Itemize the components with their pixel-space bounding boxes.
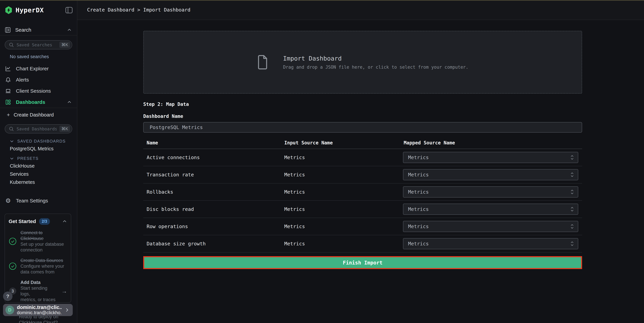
sidebar-item-alerts[interactable]: Alerts bbox=[0, 74, 77, 86]
mapped-source-select[interactable]: Metrics bbox=[403, 204, 578, 215]
step-heading: Step 2: Map Data bbox=[143, 102, 582, 107]
annotation-highlight-box: Finish Import bbox=[143, 256, 582, 269]
table-row: Database size growth Metrics Metrics bbox=[143, 235, 582, 252]
create-dashboard-button[interactable]: + Create Dashboard bbox=[0, 110, 77, 120]
table-row: Rollbacks Metrics Metrics bbox=[143, 184, 582, 201]
chart-name: Transaction rate bbox=[143, 172, 281, 178]
user-email: dominic.tran@clickho... bbox=[17, 310, 62, 316]
mapping-table: Name Input Source Name Mapped Source Nam… bbox=[143, 137, 582, 252]
mapped-source-select[interactable]: Metrics bbox=[403, 221, 578, 232]
table-row: Active connections Metrics Metrics bbox=[143, 149, 582, 166]
file-icon bbox=[257, 54, 268, 70]
hyperdx-logo-icon bbox=[5, 6, 12, 14]
dropzone-subtitle: Drag and drop a JSON file here, or click… bbox=[283, 64, 468, 70]
logo-row: HyperDX bbox=[0, 0, 77, 20]
input-source: Metrics bbox=[281, 224, 400, 229]
gear-icon: ⚙ bbox=[5, 198, 12, 204]
sidebar-collapse-button[interactable] bbox=[66, 7, 72, 13]
input-source: Metrics bbox=[281, 172, 400, 178]
sidebar-item-postgresql-metrics[interactable]: PostgreSQL Metrics bbox=[0, 144, 77, 153]
saved-dashboards-section-header[interactable]: SAVED DASHBOARDS bbox=[0, 138, 77, 144]
select-chevrons-icon bbox=[570, 224, 574, 230]
input-source: Metrics bbox=[281, 154, 400, 160]
table-row: Disc blocks read Metrics Metrics bbox=[143, 201, 582, 218]
get-started-title: Get Started bbox=[8, 218, 36, 224]
saved-dashboards-placeholder: Saved Dashboards bbox=[16, 126, 57, 132]
breadcrumb: Create Dashboard > Import Dashboard bbox=[87, 7, 190, 13]
mapped-source-select[interactable]: Metrics bbox=[403, 238, 578, 249]
saved-dashboards-input[interactable]: Saved Dashboards ⌘K bbox=[5, 124, 72, 134]
help-button[interactable]: ? bbox=[3, 292, 12, 301]
search-icon bbox=[9, 126, 14, 132]
mapped-source-select[interactable]: Metrics bbox=[403, 169, 578, 180]
select-chevrons-icon bbox=[570, 154, 574, 160]
table-row: Transaction rate Metrics Metrics bbox=[143, 166, 582, 184]
topbar: Create Dashboard > Import Dashboard bbox=[77, 0, 644, 20]
import-dropzone[interactable]: Import Dashboard Drag and drop a JSON fi… bbox=[143, 31, 582, 94]
sidebar-item-clickhouse[interactable]: ClickHouse bbox=[0, 162, 77, 170]
sidebar-item-chart-explorer[interactable]: Chart Explorer bbox=[0, 63, 77, 74]
plus-icon: + bbox=[7, 112, 10, 118]
saved-searches-placeholder: Saved Searches bbox=[16, 42, 57, 47]
app-title: HyperDX bbox=[16, 6, 44, 14]
get-started-step-sources[interactable]: Create Data Sources Configure where your… bbox=[8, 258, 67, 275]
mapped-source-select[interactable]: Metrics bbox=[403, 152, 578, 163]
finish-import-button[interactable]: Finish Import bbox=[144, 257, 581, 268]
dashboard-name-label: Dashboard Name bbox=[143, 114, 582, 119]
sidebar-nav: Chart Explorer Alerts Client Sessions Da… bbox=[0, 63, 77, 108]
search-icon bbox=[9, 42, 14, 47]
shortcut-badge: ⌘K bbox=[59, 126, 70, 132]
table-header-row: Name Input Source Name Mapped Source Nam… bbox=[143, 137, 582, 149]
get-started-panel: Get Started 2/3 Connect to ClickHouse Se… bbox=[4, 214, 71, 303]
sidebar-item-dashboards[interactable]: Dashboards bbox=[0, 96, 77, 108]
dashboards-icon bbox=[5, 99, 12, 105]
mapped-source-select[interactable]: Metrics bbox=[403, 186, 578, 198]
chart-name: Database size growth bbox=[143, 241, 281, 246]
chevron-right-icon bbox=[64, 307, 70, 313]
check-circle-icon bbox=[8, 238, 17, 245]
sidebar-item-kubernetes[interactable]: Kubernetes bbox=[0, 178, 77, 186]
no-saved-searches-text: No saved searches bbox=[0, 54, 77, 59]
chart-icon bbox=[5, 66, 12, 72]
column-header-name: Name bbox=[143, 140, 281, 146]
sidebar-item-team-settings[interactable]: ⚙ Team Settings bbox=[0, 197, 77, 205]
main-area: Create Dashboard > Import Dashboard Impo… bbox=[77, 0, 644, 323]
chart-name: Disc blocks read bbox=[143, 206, 281, 212]
column-header-input-source: Input Source Name bbox=[281, 140, 400, 146]
search-section-label: Search bbox=[15, 27, 31, 33]
chevron-up-icon bbox=[62, 219, 67, 224]
check-circle-icon bbox=[8, 262, 17, 270]
dropzone-title: Import Dashboard bbox=[283, 55, 468, 62]
chart-name: Active connections bbox=[143, 154, 281, 160]
chevron-up-icon bbox=[67, 100, 72, 105]
window-top-strip bbox=[0, 0, 644, 1]
get-started-header[interactable]: Get Started 2/3 bbox=[8, 218, 67, 225]
get-started-step-connect[interactable]: Connect to ClickHouse Set up your databa… bbox=[8, 230, 67, 253]
sidebar: HyperDX Search Saved Searches ⌘K No save… bbox=[0, 0, 77, 323]
presets-section-header[interactable]: PRESETS bbox=[0, 155, 77, 162]
laptop-icon bbox=[5, 88, 12, 94]
select-chevrons-icon bbox=[570, 189, 574, 195]
input-source: Metrics bbox=[281, 189, 400, 195]
sidebar-section-search[interactable]: Search bbox=[0, 25, 77, 36]
user-menu[interactable]: D dominic.tran@clic... dominic.tran@clic… bbox=[3, 304, 73, 316]
arrow-right-icon: → bbox=[62, 288, 67, 294]
input-source: Metrics bbox=[281, 206, 400, 212]
dashboard-name-input[interactable]: PostgreSQL Metrics bbox=[143, 122, 582, 132]
select-chevrons-icon bbox=[570, 206, 574, 212]
chevron-up-icon bbox=[67, 28, 72, 32]
chart-name: Rollbacks bbox=[143, 189, 281, 195]
sidebar-item-services[interactable]: Services bbox=[0, 170, 77, 178]
chevron-down-icon bbox=[10, 139, 14, 144]
user-name: dominic.tran@clic... bbox=[17, 304, 62, 310]
table-row: Row operations Metrics Metrics bbox=[143, 218, 582, 235]
column-header-mapped-source: Mapped Source Name bbox=[400, 140, 582, 146]
get-started-step-add-data[interactable]: 3 Add Data Start sending logs, metrics, … bbox=[8, 280, 67, 302]
saved-searches-input[interactable]: Saved Searches ⌘K bbox=[5, 40, 72, 50]
app-root: { "app": { "name": "HyperDX" }, "icons":… bbox=[0, 0, 644, 323]
progress-badge: 2/3 bbox=[39, 218, 50, 225]
select-chevrons-icon bbox=[570, 241, 574, 247]
input-source: Metrics bbox=[281, 241, 400, 246]
sidebar-item-client-sessions[interactable]: Client Sessions bbox=[0, 86, 77, 96]
chevron-down-icon bbox=[10, 156, 14, 161]
